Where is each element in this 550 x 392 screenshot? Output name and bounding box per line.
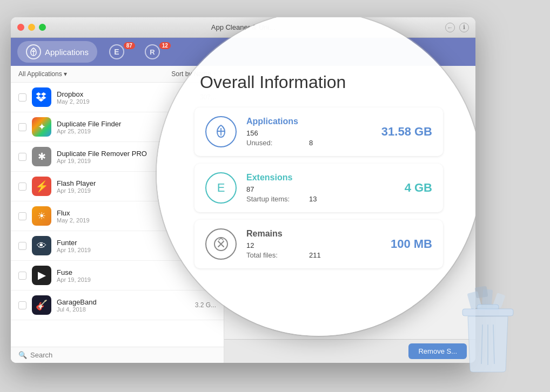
trash-can xyxy=(447,284,528,381)
info-row: 12 xyxy=(246,241,374,249)
extensions-size: 4 GB xyxy=(384,181,432,195)
app-icon: ⚡ xyxy=(32,177,51,196)
app-icon: ☀ xyxy=(32,206,51,226)
app-checkbox[interactable] xyxy=(18,242,26,250)
titlebar-right-controls: ← ℹ xyxy=(445,23,469,32)
applications-card-content: Applications 156 Unused: 8 xyxy=(246,117,372,147)
window-controls xyxy=(17,24,46,31)
bottom-bar: Remove S... xyxy=(224,339,475,363)
extensions-count: 87 xyxy=(246,185,254,193)
extensions-tab-icon: E xyxy=(109,44,124,59)
app-icon: 👁 xyxy=(32,236,51,255)
sidebar-search: 🔍 xyxy=(11,347,224,363)
app-icon: 🎸 xyxy=(32,295,51,315)
ext-icon-letter: E xyxy=(217,181,225,195)
maximize-button[interactable] xyxy=(39,24,46,31)
info-row: Total files: 211 xyxy=(246,251,374,259)
search-input[interactable] xyxy=(30,351,216,359)
remains-card-rows: 12 Total files: 211 xyxy=(246,241,374,259)
app-checkbox[interactable] xyxy=(18,123,26,131)
app-date: Apr 19, 2019 xyxy=(57,276,216,283)
app-icon: ✱ xyxy=(32,147,51,166)
extensions-card-icon: E xyxy=(205,172,237,204)
svg-rect-4 xyxy=(475,286,488,299)
app-icon xyxy=(32,87,51,107)
remains-badge: 12 xyxy=(159,42,171,49)
applications-tab-icon xyxy=(26,44,41,59)
desktop: App Cleaner & Uni... ← ℹ Applications E xyxy=(0,0,550,392)
applications-size: 31.58 GB xyxy=(381,125,432,139)
app-checkbox[interactable] xyxy=(18,153,26,161)
remains-size: 100 MB xyxy=(384,237,432,251)
app-checkbox[interactable] xyxy=(18,272,26,280)
remains-card-content: Remains 12 Total files: 211 xyxy=(246,229,374,259)
main-window: App Cleaner & Uni... ← ℹ Applications E xyxy=(11,17,475,363)
app-info: GarageBand Jul 4, 2018 xyxy=(57,298,190,313)
extensions-badge: 87 xyxy=(124,42,135,49)
app-checkbox[interactable] xyxy=(18,301,26,309)
info-row: Startup items: 13 xyxy=(246,195,374,203)
back-button[interactable]: ← xyxy=(445,23,455,32)
svg-rect-6 xyxy=(462,309,513,316)
tab-extensions[interactable]: E 87 xyxy=(100,41,133,63)
applications-card-rows: 156 Unused: 8 xyxy=(246,129,372,147)
total-files-label: Total files: xyxy=(246,251,300,259)
applications-card-icon xyxy=(205,116,237,147)
app-name: GarageBand xyxy=(57,298,190,306)
overall-info-overlay: Overall Information Applications 156 xyxy=(157,17,475,336)
remains-tab-icon: R xyxy=(145,44,160,59)
applications-card-title: Applications xyxy=(246,117,372,126)
app-name: Dropbox xyxy=(57,90,194,98)
remains-card-title: Remains xyxy=(246,229,374,239)
unused-value: 8 xyxy=(309,139,313,147)
extensions-card-content: Extensions 87 Startup items: 13 xyxy=(246,173,374,203)
app-checkbox[interactable] xyxy=(18,212,26,220)
app-checkbox[interactable] xyxy=(18,183,26,191)
minimize-button[interactable] xyxy=(28,24,35,31)
startup-value: 13 xyxy=(309,195,317,203)
applications-info-card: Applications 156 Unused: 8 31.58 GB xyxy=(194,107,443,156)
app-size: 3.2 G... xyxy=(195,301,216,309)
info-row: 87 xyxy=(246,185,374,193)
close-button[interactable] xyxy=(17,24,24,31)
total-files-value: 211 xyxy=(309,251,321,259)
unused-label: Unused: xyxy=(246,139,300,147)
info-row: Unused: 8 xyxy=(246,139,372,147)
app-date: Jul 4, 2018 xyxy=(57,306,190,313)
tab-applications[interactable]: Applications xyxy=(17,41,97,63)
extensions-card-title: Extensions xyxy=(246,173,374,183)
app-icon: ▶ xyxy=(32,266,51,285)
info-row: 156 xyxy=(246,129,372,137)
search-icon: 🔍 xyxy=(18,351,27,359)
remains-count: 12 xyxy=(246,241,254,249)
overall-info-title: Overall Information xyxy=(194,72,346,92)
applications-count: 156 xyxy=(246,129,258,137)
remains-card-icon xyxy=(205,228,237,260)
applications-tab-label: Applications xyxy=(45,48,89,57)
app-checkbox[interactable] xyxy=(18,93,26,102)
info-button[interactable]: ℹ xyxy=(459,23,469,32)
extensions-card-rows: 87 Startup items: 13 xyxy=(246,185,374,203)
startup-label: Startup items: xyxy=(246,195,300,203)
trash-can-svg xyxy=(447,284,528,381)
list-item[interactable]: 🎸 GarageBand Jul 4, 2018 3.2 G... xyxy=(11,290,224,320)
extensions-info-card: E Extensions 87 Startup items: 13 4 GB xyxy=(194,164,443,212)
remains-info-card: Remains 12 Total files: 211 100 MB xyxy=(194,220,443,268)
app-icon: ✦ xyxy=(32,117,51,137)
tab-remains[interactable]: R 12 xyxy=(136,41,169,63)
all-applications-filter[interactable]: All Applications ▾ xyxy=(18,70,67,78)
